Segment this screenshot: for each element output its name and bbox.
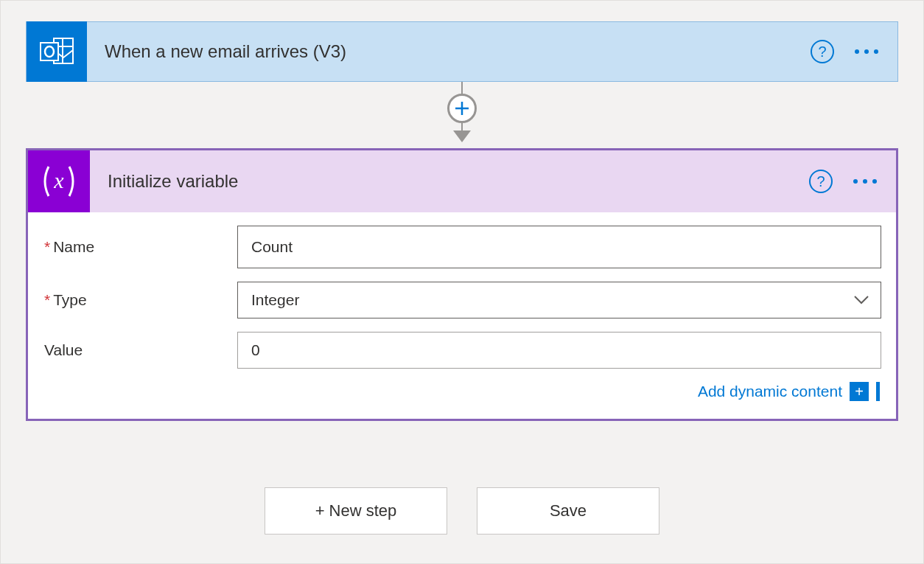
label-value: Value [43,341,237,359]
dynamic-content-row: Add dynamic content + [43,382,881,401]
flow-designer-canvas: When a new email arrives (V3) ? x [0,0,924,564]
new-step-button[interactable]: + New step [265,487,447,535]
add-dynamic-content-link[interactable]: Add dynamic content [698,383,842,400]
action-header[interactable]: x Initialize variable ? [28,150,896,212]
save-button[interactable]: Save [477,487,659,535]
trigger-card[interactable]: When a new email arrives (V3) ? [26,21,898,82]
name-input[interactable] [237,226,881,268]
more-icon[interactable] [855,49,878,54]
side-handle [876,382,880,401]
value-input[interactable] [237,332,881,369]
trigger-actions: ? [811,40,897,63]
type-select[interactable] [237,282,881,318]
svg-rect-3 [41,43,58,60]
plus-badge-icon[interactable]: + [850,382,869,401]
plus-icon [454,100,470,116]
row-type: *Type [43,282,881,318]
action-title: Initialize variable [90,171,809,192]
help-icon[interactable]: ? [811,40,834,63]
action-actions: ? [809,170,896,193]
connector [26,82,898,148]
add-step-button[interactable] [447,94,477,123]
outlook-icon [27,21,87,82]
label-name: *Name [43,238,237,256]
help-icon[interactable]: ? [809,170,833,193]
row-value: Value [43,332,881,369]
more-icon[interactable] [853,179,877,184]
variable-icon: x [28,150,90,212]
row-name: *Name [43,226,881,268]
label-type: *Type [43,291,237,309]
trigger-title: When a new email arrives (V3) [87,41,811,62]
arrow-down-icon [453,130,471,142]
svg-text:x: x [53,168,64,192]
action-body: *Name *Type Value [28,212,896,419]
action-card: x Initialize variable ? *Name *Type [26,148,898,421]
bottom-button-row: + New step Save [26,487,898,535]
